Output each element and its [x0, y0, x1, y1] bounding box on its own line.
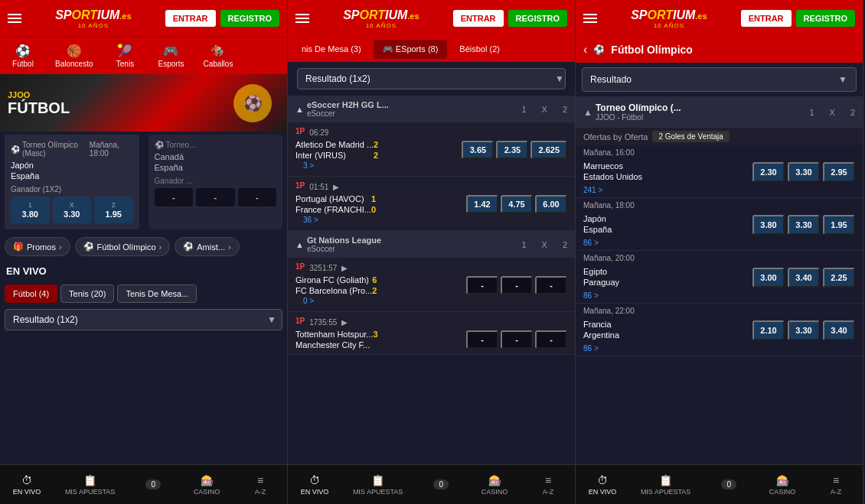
sport-baloncesto[interactable]: 🏀 Baloncesto — [46, 41, 102, 71]
left-header: SP ORT IUM .es 10 AÑOS ENTRAR REGISTRO — [0, 0, 287, 37]
nav-misapuestas-left[interactable]: 📋 MIS APUESTAS — [65, 474, 115, 496]
sport-esports[interactable]: 🎮 Esports — [148, 41, 194, 71]
team1: Japón — [11, 161, 133, 170]
nav-misapuestas-mid[interactable]: 📋 MIS APUESTAS — [353, 474, 403, 496]
oddx-m1[interactable]: 2.35 — [496, 141, 528, 159]
right-odd2-2[interactable]: 1.95 — [823, 215, 855, 235]
odd1-m3[interactable]: - — [466, 276, 498, 294]
logo: SP ORT IUM .es 10 AÑOS — [55, 8, 131, 29]
odd-2-btn-2[interactable]: - — [238, 188, 277, 206]
right-more-3[interactable]: 86 > — [576, 291, 863, 303]
col-x-2: X — [542, 240, 547, 249]
logo-right: SP ORT IUM .es 10 AÑOS — [631, 8, 707, 29]
odd-2-btn[interactable]: 2 1.95 — [94, 197, 133, 223]
promo-label: Promos — [27, 242, 56, 252]
tab-futbol[interactable]: Fútbol (4) — [5, 285, 57, 303]
league-sub-1: eSoccer — [307, 109, 522, 118]
tour-col-x: X — [830, 108, 835, 117]
entrar-btn-right[interactable]: ENTRAR — [741, 10, 792, 27]
tab-tenis[interactable]: Tenis (20) — [60, 285, 114, 303]
nav-misapuestas-right[interactable]: 📋 MIS APUESTAS — [641, 474, 690, 496]
right-odd1-4[interactable]: 2.10 — [752, 320, 785, 340]
tab-tenismesa-mid[interactable]: nis De Mesa (3) — [292, 40, 370, 59]
nav-casino-right[interactable]: 🎰 CASINO — [767, 474, 798, 496]
odd1-m4[interactable]: - — [466, 330, 498, 349]
right-odd2-3[interactable]: 2.25 — [823, 268, 855, 288]
oddx-m2[interactable]: 4.75 — [501, 195, 533, 213]
odd2-m2[interactable]: 6.00 — [535, 195, 567, 213]
nav-envivo-right[interactable]: ⏱ EN VIVO — [587, 474, 618, 496]
nav-az-left[interactable]: ≡ A-Z — [245, 474, 276, 496]
back-button[interactable]: ‹ — [583, 43, 587, 57]
hamburger-menu-mid[interactable] — [295, 14, 309, 23]
right-oddx-1[interactable]: 3.30 — [788, 162, 820, 182]
olimpico-label: Fútbol Olímpico — [97, 242, 156, 252]
tab-tenismesa[interactable]: Tenis De Mesa... — [117, 285, 197, 303]
entrar-button[interactable]: ENTRAR — [165, 10, 216, 27]
registro-btn-mid[interactable]: REGISTRO — [508, 10, 567, 27]
odd-x-btn-2[interactable]: - — [196, 188, 235, 206]
right-odd2-4[interactable]: 3.40 — [823, 320, 855, 340]
odd-1-btn-2[interactable]: - — [155, 188, 194, 206]
league-header-1: ▲ eSoccer H2H GG L... eSoccer 1 X 2 — [288, 96, 575, 122]
right-teams-4: Francia Argentina — [583, 320, 752, 341]
odd-x-btn[interactable]: X 3.30 — [53, 197, 92, 223]
odds-row-2: - - - — [155, 188, 277, 206]
tab-beisbol-mid[interactable]: Béisbol (2) — [450, 40, 509, 59]
hamburger-menu-right[interactable] — [583, 14, 597, 23]
sport-tenis[interactable]: 🎾 Tenis — [102, 41, 148, 71]
tournament-header: ▲ Torneo Olímpico (... JJOO - Fútbol 1 X… — [576, 96, 863, 128]
odd2-m1[interactable]: 2.625 — [530, 141, 567, 159]
right-odd1-1[interactable]: 2.30 — [752, 162, 785, 182]
nav-envivo-left[interactable]: ⏱ EN VIVO — [11, 474, 42, 496]
odd2-m3[interactable]: - — [535, 276, 567, 294]
right-oddx-2[interactable]: 3.30 — [788, 215, 820, 235]
right-oddx-4[interactable]: 3.30 — [788, 320, 820, 340]
amist-link[interactable]: ⚽ Amist... › — [175, 237, 239, 256]
sport-futbol[interactable]: ⚽ Fútbol — [0, 41, 46, 71]
logo-text3-right: IUM — [673, 8, 695, 22]
right-more-2[interactable]: 86 > — [576, 239, 863, 250]
right-odd1-2[interactable]: 3.80 — [752, 215, 785, 235]
nav-az-mid[interactable]: ≡ A-Z — [533, 474, 563, 496]
result-dropdown-right[interactable]: Resultado — [582, 67, 857, 92]
oddx-m4[interactable]: - — [501, 330, 533, 349]
olimpico-link[interactable]: ⚽ Fútbol Olímpico › — [75, 237, 171, 256]
right-odd1-3[interactable]: 3.00 — [752, 268, 785, 288]
registro-btn-right[interactable]: REGISTRO — [796, 10, 855, 27]
match-more-1[interactable]: 3 > — [295, 160, 567, 171]
sport-caballos[interactable]: 🏇 Caballos — [194, 41, 242, 71]
result-dropdown-mid[interactable]: Resultado (1x2) — [297, 68, 566, 89]
nav-casino-mid[interactable]: 🎰 CASINO — [479, 474, 510, 496]
tab-esports-mid[interactable]: 🎮 ESports (8) — [374, 40, 448, 59]
odd-1-btn[interactable]: 1 3.80 — [11, 197, 50, 223]
odd2-m4[interactable]: - — [535, 330, 567, 349]
registro-button[interactable]: REGISTRO — [220, 10, 279, 27]
right-odd2-1[interactable]: 2.95 — [823, 162, 855, 182]
match-more-2[interactable]: 36 > — [295, 214, 567, 226]
right-team2-2: España — [583, 225, 752, 234]
nav-az-right[interactable]: ≡ A-Z — [821, 474, 851, 496]
oddx-m3[interactable]: - — [501, 276, 533, 294]
nav-envivo-mid[interactable]: ⏱ EN VIVO — [299, 474, 330, 496]
header-buttons: ENTRAR REGISTRO — [165, 10, 279, 27]
nav-casino-label-right: CASINO — [769, 488, 796, 496]
promo-link[interactable]: 🎁 Promos › — [5, 237, 70, 256]
competition-name: Torneo Olímpico (Masc) — [22, 141, 90, 158]
right-more-4[interactable]: 86 > — [576, 344, 863, 356]
logo-text2-mid: ORT — [359, 8, 384, 22]
logo-domain-right: .es — [695, 11, 707, 21]
team2-name: Inter (VIRUS) — [295, 151, 346, 160]
right-more-1[interactable]: 241 > — [576, 186, 863, 197]
offers-badge[interactable]: 2 Goles de Ventaja — [652, 131, 730, 142]
match-teams-1: Japón España — [11, 161, 133, 180]
right-oddx-3[interactable]: 3.40 — [788, 268, 820, 288]
hamburger-menu[interactable] — [8, 14, 21, 23]
match-more-3[interactable]: 0 > — [295, 295, 567, 307]
odd1-m1[interactable]: 3.65 — [462, 141, 494, 159]
nav-casino-left[interactable]: 🎰 CASINO — [191, 474, 222, 496]
odd1-m2[interactable]: 1.42 — [466, 195, 498, 213]
entrar-btn-mid[interactable]: ENTRAR — [453, 10, 504, 27]
result-dropdown-left[interactable]: Resultado (1x2) — [5, 309, 282, 330]
live-indicator-2: 1P — [295, 181, 305, 190]
